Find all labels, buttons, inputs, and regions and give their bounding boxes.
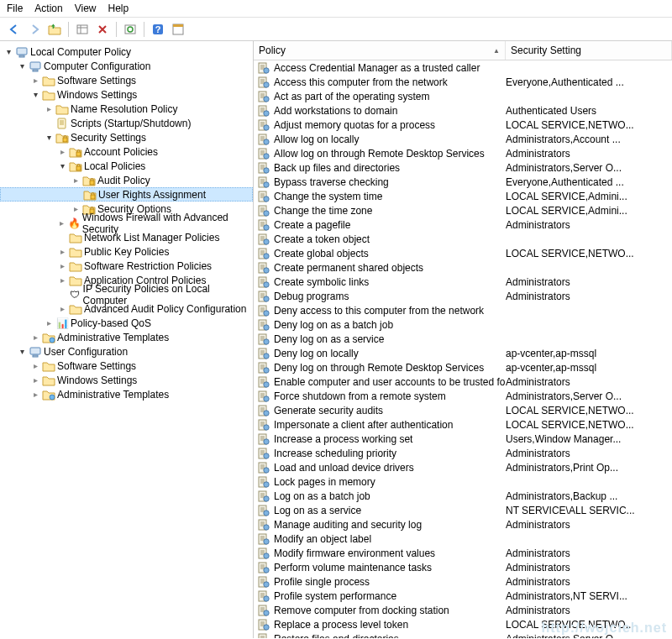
- forward-button[interactable]: [25, 20, 44, 39]
- tree-admin-templates-uc[interactable]: Administrative Templates: [0, 387, 253, 401]
- expand-icon[interactable]: [57, 161, 67, 170]
- column-header-policy[interactable]: Policy ▲: [254, 41, 506, 60]
- policy-row[interactable]: Bypass traverse checking Everyone,Authen…: [254, 175, 672, 189]
- help-button[interactable]: ?: [149, 20, 167, 39]
- policy-row[interactable]: Load and unload device drivers Administr…: [254, 460, 672, 474]
- tree-name-resolution-policy[interactable]: Name Resolution Policy: [0, 102, 253, 116]
- policy-row[interactable]: Increase scheduling priority Administrat…: [254, 446, 672, 460]
- tree-public-key-policies[interactable]: Public Key Policies: [0, 244, 253, 259]
- policy-row[interactable]: Deny log on locally ap-vcenter,ap-mssql: [254, 346, 672, 360]
- policy-row[interactable]: Log on as a batch job Administrators,Bac…: [254, 489, 672, 503]
- policy-row[interactable]: Profile single process Administrators: [254, 574, 672, 589]
- expand-icon[interactable]: [30, 375, 40, 385]
- policy-row[interactable]: Adjust memory quotas for a process LOCAL…: [254, 118, 672, 132]
- menu-view[interactable]: View: [75, 3, 97, 14]
- policy-row[interactable]: Debug programs Administrators: [254, 289, 672, 303]
- tree-windows-firewall[interactable]: 🔥 Windows Firewall with Advanced Securit…: [0, 216, 253, 230]
- policy-row[interactable]: Replace a process level token LOCAL SERV…: [254, 617, 672, 631]
- policy-row[interactable]: Create permanent shared objects: [254, 260, 672, 275]
- expand-icon[interactable]: [57, 147, 67, 156]
- tree-windows-settings-uc[interactable]: Windows Settings: [0, 373, 253, 387]
- tree-security-settings[interactable]: Security Settings: [0, 130, 253, 144]
- policy-row[interactable]: Deny log on as a batch job: [254, 317, 672, 332]
- menu-file[interactable]: File: [7, 3, 23, 14]
- expand-icon[interactable]: [71, 204, 81, 213]
- expand-icon[interactable]: [30, 390, 40, 399]
- expand-icon[interactable]: [3, 47, 13, 56]
- expand-icon[interactable]: [17, 347, 27, 356]
- policy-row[interactable]: Add workstations to domain Authenticated…: [254, 103, 672, 118]
- tree-software-restriction-policies[interactable]: Software Restriction Policies: [0, 259, 253, 273]
- tree-computer-configuration[interactable]: Computer Configuration: [0, 59, 253, 73]
- expand-icon[interactable]: [57, 261, 67, 270]
- tree-advanced-audit-policy[interactable]: Advanced Audit Policy Configuration: [0, 301, 253, 316]
- tree-ip-security-policies[interactable]: 🛡 IP Security Policies on Local Computer: [0, 287, 253, 301]
- policy-row[interactable]: Deny access to this computer from the ne…: [254, 303, 672, 317]
- policy-row[interactable]: Modify an object label: [254, 532, 672, 546]
- policy-row[interactable]: Change the system time LOCAL SERVICE,Adm…: [254, 189, 672, 203]
- refresh-button[interactable]: [121, 20, 139, 39]
- column-header-security-setting[interactable]: Security Setting: [506, 41, 672, 60]
- expand-icon[interactable]: [17, 61, 27, 71]
- policy-row[interactable]: Log on as a service NT SERVICE\ALL SERVI…: [254, 503, 672, 517]
- policy-row[interactable]: Access Credential Manager as a trusted c…: [254, 60, 672, 75]
- tree-local-policies[interactable]: Local Policies: [0, 159, 253, 173]
- policy-row[interactable]: Enable computer and user accounts to be …: [254, 374, 672, 389]
- policy-row[interactable]: Allow log on locally Administrators,Acco…: [254, 132, 672, 146]
- tree-user-configuration[interactable]: User Configuration: [0, 344, 253, 359]
- policy-row[interactable]: Manage auditing and security log Adminis…: [254, 517, 672, 532]
- menu-help[interactable]: Help: [108, 3, 129, 14]
- policy-row[interactable]: Access this computer from the network Ev…: [254, 75, 672, 89]
- expand-icon[interactable]: [57, 275, 67, 285]
- policy-row[interactable]: Lock pages in memory: [254, 474, 672, 489]
- menu-action[interactable]: Action: [34, 3, 62, 14]
- policy-row[interactable]: Allow log on through Remote Desktop Serv…: [254, 146, 672, 160]
- policy-row[interactable]: Force shutdown from a remote system Admi…: [254, 389, 672, 403]
- show-hide-tree-button[interactable]: [73, 20, 92, 39]
- tree-admin-templates-cc[interactable]: Administrative Templates: [0, 330, 253, 344]
- policy-row[interactable]: Deny log on through Remote Desktop Servi…: [254, 360, 672, 374]
- policy-row[interactable]: Act as part of the operating system: [254, 89, 672, 103]
- expand-icon[interactable]: [44, 318, 54, 327]
- expand-icon[interactable]: [44, 133, 54, 142]
- tree-policy-based-qos[interactable]: 📊 Policy-based QoS: [0, 316, 253, 330]
- properties-button[interactable]: [169, 20, 187, 39]
- expand-icon[interactable]: [57, 304, 67, 313]
- policy-row[interactable]: Profile system performance Administrator…: [254, 589, 672, 603]
- policy-row[interactable]: Remove computer from docking station Adm…: [254, 603, 672, 617]
- tree-pane[interactable]: Local Computer Policy Computer Configura…: [0, 41, 254, 638]
- policy-row[interactable]: Impersonate a client after authenticatio…: [254, 417, 672, 432]
- tree-scripts[interactable]: Scripts (Startup/Shutdown): [0, 116, 253, 130]
- expand-icon[interactable]: [71, 175, 81, 185]
- tree-account-policies[interactable]: Account Policies: [0, 144, 253, 159]
- policy-row[interactable]: Modify firmware environment values Admin…: [254, 546, 672, 560]
- policy-row[interactable]: Change the time zone LOCAL SERVICE,Admin…: [254, 203, 672, 217]
- policy-row[interactable]: Create a token object: [254, 232, 672, 246]
- policy-row[interactable]: Increase a process working set Users,Win…: [254, 432, 672, 446]
- expand-icon[interactable]: [30, 90, 40, 99]
- tree-software-settings[interactable]: Software Settings: [0, 73, 253, 87]
- expand-icon[interactable]: [30, 76, 40, 85]
- policy-row[interactable]: Deny log on as a service: [254, 332, 672, 346]
- policy-row[interactable]: Generate security audits LOCAL SERVICE,N…: [254, 403, 672, 417]
- expand-icon[interactable]: [57, 218, 66, 228]
- tree-root[interactable]: Local Computer Policy: [0, 45, 253, 59]
- policy-row[interactable]: Perform volume maintenance tasks Adminis…: [254, 560, 672, 574]
- expand-icon[interactable]: [57, 247, 67, 256]
- tree-network-list-manager[interactable]: Network List Manager Policies: [0, 230, 253, 244]
- up-button[interactable]: [45, 20, 64, 39]
- tree-windows-settings[interactable]: Windows Settings: [0, 87, 253, 102]
- expand-icon[interactable]: [30, 333, 40, 342]
- tree-user-rights-assignment[interactable]: User Rights Assignment: [0, 187, 253, 202]
- policy-row[interactable]: Create global objects LOCAL SERVICE,NETW…: [254, 246, 672, 260]
- expand-icon[interactable]: [44, 104, 54, 113]
- policy-row[interactable]: Create symbolic links Administrators: [254, 275, 672, 289]
- policy-row[interactable]: Restore files and directories Administra…: [254, 631, 672, 638]
- list-pane[interactable]: Policy ▲ Security Setting Access Credent…: [254, 41, 672, 638]
- expand-icon[interactable]: [30, 361, 40, 370]
- policy-row[interactable]: Back up files and directories Administra…: [254, 160, 672, 175]
- delete-button[interactable]: [93, 20, 112, 39]
- policy-row[interactable]: Create a pagefile Administrators: [254, 217, 672, 232]
- tree-audit-policy[interactable]: Audit Policy: [0, 173, 253, 187]
- tree-software-settings-uc[interactable]: Software Settings: [0, 359, 253, 373]
